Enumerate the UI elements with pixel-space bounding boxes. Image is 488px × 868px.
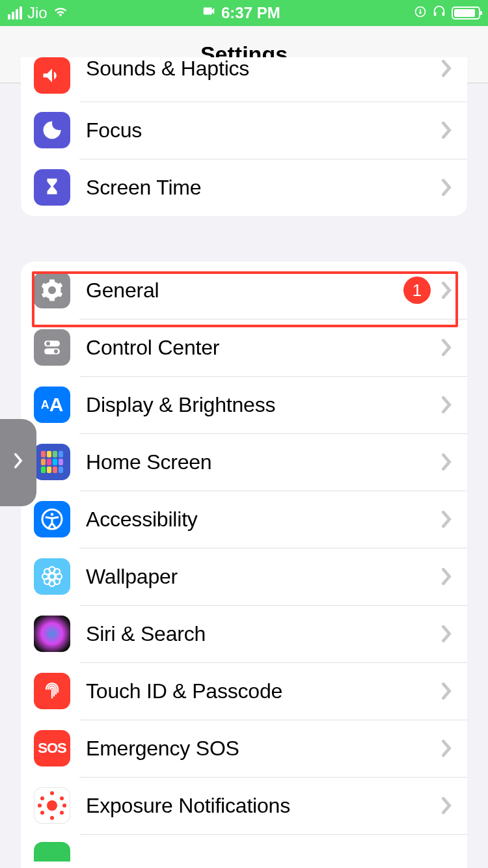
- chevron-right-icon: [441, 625, 452, 643]
- time-label: 6:37 PM: [221, 4, 280, 22]
- siri-icon: [34, 616, 70, 652]
- row-partial-bottom[interactable]: [21, 834, 467, 868]
- row-label: Wallpaper: [86, 565, 441, 589]
- signal-bars-icon: [8, 7, 22, 20]
- camera-icon: [202, 4, 216, 22]
- speaker-icon: [34, 57, 70, 94]
- status-left: Jio: [8, 3, 68, 23]
- chevron-right-icon: [441, 567, 452, 586]
- accessibility-icon: [34, 501, 70, 537]
- hourglass-icon: [34, 169, 70, 206]
- settings-group-2: General 1 Control Center AA Display & Br…: [21, 262, 467, 868]
- row-label: Focus: [86, 118, 441, 142]
- status-right: [414, 4, 480, 22]
- svg-point-5: [46, 342, 50, 346]
- row-general[interactable]: General 1: [21, 262, 467, 319]
- row-screen-time[interactable]: Screen Time: [21, 159, 467, 216]
- row-label: Siri & Search: [86, 622, 441, 646]
- row-label: Touch ID & Passcode: [86, 679, 441, 703]
- toggles-icon: [34, 329, 70, 366]
- row-label: Accessibility: [86, 508, 441, 532]
- battery-icon: [452, 7, 480, 20]
- fingerprint-icon: [34, 673, 70, 709]
- text-size-icon: AA: [34, 387, 70, 423]
- carrier-label: Jio: [27, 4, 47, 22]
- row-label: Control Center: [86, 336, 441, 360]
- status-bar: Jio 6:37 PM: [0, 0, 488, 26]
- chevron-right-icon: [441, 396, 452, 414]
- notification-badge: 1: [403, 277, 431, 304]
- svg-point-7: [54, 349, 58, 353]
- chevron-right-icon: [441, 121, 452, 139]
- wifi-icon: [53, 3, 68, 23]
- settings-group-1: Sounds & Haptics Focus Screen Time: [21, 57, 467, 216]
- row-label: Emergency SOS: [86, 737, 441, 761]
- chevron-right-icon: [441, 338, 452, 357]
- row-home-screen[interactable]: Home Screen: [21, 433, 467, 491]
- moon-icon: [34, 112, 70, 148]
- chevron-right-icon: [441, 682, 452, 700]
- row-wallpaper[interactable]: Wallpaper: [21, 548, 467, 605]
- chevron-right-icon: [441, 453, 452, 471]
- headphones-icon: [432, 4, 446, 22]
- chevron-right-icon: [441, 739, 452, 757]
- chevron-right-icon: [441, 510, 452, 528]
- row-emergency-sos[interactable]: SOS Emergency SOS: [21, 720, 467, 777]
- svg-rect-3: [442, 12, 445, 16]
- row-touch-id-passcode[interactable]: Touch ID & Passcode: [21, 662, 467, 720]
- row-label: Exposure Notifications: [86, 794, 441, 818]
- svg-point-10: [49, 574, 55, 580]
- row-label: Sounds & Haptics: [86, 57, 441, 81]
- chevron-right-icon: [441, 178, 452, 197]
- row-exposure-notifications[interactable]: Exposure Notifications: [21, 777, 467, 834]
- exposure-icon: [34, 787, 70, 824]
- svg-point-9: [51, 513, 54, 516]
- app-grid-icon: [34, 444, 70, 480]
- row-sounds-haptics[interactable]: Sounds & Haptics: [21, 57, 467, 102]
- flower-icon: [34, 558, 70, 595]
- row-label: Screen Time: [86, 176, 441, 200]
- row-siri-search[interactable]: Siri & Search: [21, 605, 467, 662]
- row-display-brightness[interactable]: AA Display & Brightness: [21, 376, 467, 433]
- side-drawer-handle[interactable]: [0, 419, 36, 506]
- battery-settings-icon: [34, 842, 70, 861]
- sos-text: SOS: [38, 740, 66, 757]
- status-center: 6:37 PM: [202, 4, 280, 22]
- row-focus[interactable]: Focus: [21, 102, 467, 159]
- row-label: General: [86, 278, 403, 303]
- chevron-right-icon: [441, 59, 452, 77]
- row-label: Display & Brightness: [86, 393, 441, 417]
- chevron-right-icon: [441, 796, 452, 815]
- gear-icon: [34, 272, 70, 308]
- row-control-center[interactable]: Control Center: [21, 319, 467, 376]
- chevron-right-icon: [441, 281, 452, 299]
- sos-icon: SOS: [34, 730, 70, 766]
- chevron-right-icon: [14, 446, 23, 479]
- row-accessibility[interactable]: Accessibility: [21, 491, 467, 548]
- svg-rect-2: [434, 12, 437, 16]
- rotation-lock-icon: [414, 4, 427, 22]
- svg-rect-1: [419, 12, 421, 14]
- row-label: Home Screen: [86, 450, 441, 474]
